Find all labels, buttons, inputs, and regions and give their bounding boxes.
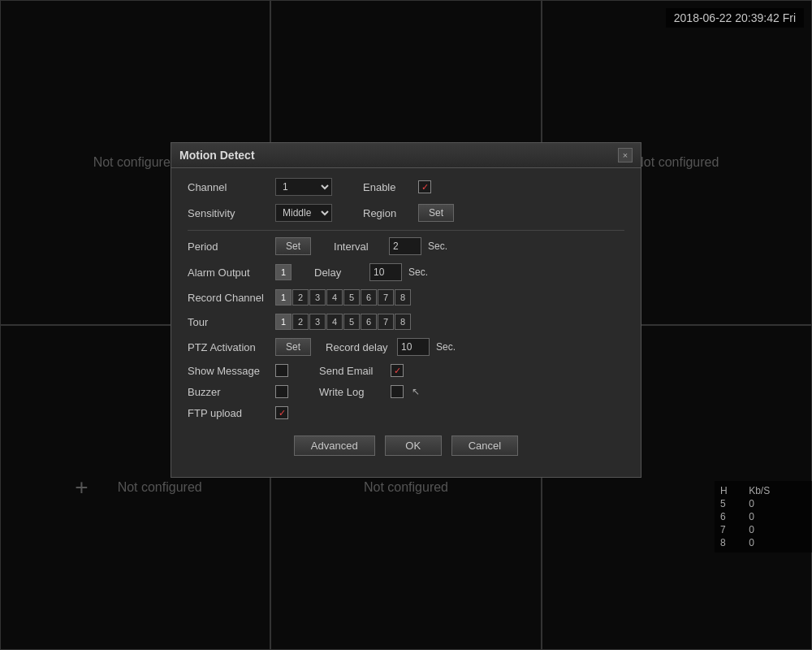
buzzer-label: Buzzer: [188, 386, 269, 398]
enable-label: Enable: [363, 181, 412, 193]
record-delay-label: Record delay: [326, 341, 391, 353]
record-ch-4[interactable]: 4: [326, 289, 343, 306]
divider-1: [188, 230, 624, 231]
timestamp: 2018-06-22 20:39:42 Fri: [666, 8, 804, 28]
dialog-titlebar: Motion Detect ×: [171, 143, 641, 168]
region-set-button[interactable]: Set: [418, 204, 454, 222]
tour-ch-7[interactable]: 7: [378, 314, 394, 330]
interval-sec: Sec.: [428, 240, 447, 252]
write-log-label: Write Log: [319, 386, 384, 398]
stats-row-5-val: 0: [746, 497, 809, 510]
tour-ch-5[interactable]: 5: [343, 314, 360, 330]
camera-label-3: Not configured: [634, 155, 719, 170]
record-delay-sec: Sec.: [436, 341, 456, 353]
stats-header-col1: H: [718, 484, 746, 497]
record-channel-boxes: 1 2 3 4 5 6 7 8: [275, 289, 411, 306]
ptz-record-delay-row: PTZ Activation Set Record delay Sec.: [188, 338, 624, 356]
camera-label-4: Not configured: [118, 480, 202, 495]
alarm-delay-row: Alarm Output 1 Delay Sec.: [188, 263, 624, 281]
tour-boxes: 1 2 3 4 5 6 7 8: [275, 314, 411, 330]
show-message-send-email-row: Show Message Send Email: [188, 364, 624, 377]
write-log-checkbox[interactable]: [391, 385, 404, 398]
stats-row-6-id: 6: [718, 510, 746, 523]
enable-checkbox[interactable]: [418, 180, 431, 193]
show-message-label: Show Message: [188, 365, 269, 377]
channel-select[interactable]: 1: [275, 178, 332, 196]
cancel-button[interactable]: Cancel: [451, 436, 518, 456]
period-label: Period: [188, 240, 269, 253]
tour-row: Tour 1 2 3 4 5 6 7 8: [188, 314, 624, 330]
ptz-set-button[interactable]: Set: [275, 338, 311, 356]
buzzer-checkbox[interactable]: [275, 385, 288, 398]
ftp-upload-checkbox[interactable]: [275, 406, 288, 419]
sensitivity-select[interactable]: Middle Low High: [275, 204, 332, 222]
camera-label-5: Not configured: [364, 480, 448, 495]
record-delay-input[interactable]: [397, 338, 430, 356]
motion-detect-dialog: Motion Detect × Channel 1 Enable Sensiti…: [171, 142, 641, 478]
record-ch-8[interactable]: 8: [395, 289, 411, 306]
tour-label: Tour: [188, 316, 269, 328]
dialog-body: Channel 1 Enable Sensitivity Middle Low …: [171, 168, 641, 477]
region-label: Region: [363, 207, 412, 219]
delay-label: Delay: [314, 266, 363, 279]
stats-row-6-val: 0: [746, 510, 809, 523]
dialog-close-button[interactable]: ×: [618, 148, 633, 162]
record-channel-label: Record Channel: [188, 292, 269, 304]
record-ch-1[interactable]: 1: [275, 289, 292, 306]
ftp-upload-label: FTP upload: [188, 407, 269, 419]
advanced-button[interactable]: Advanced: [294, 436, 375, 456]
tour-ch-2[interactable]: 2: [292, 314, 309, 330]
tour-ch-6[interactable]: 6: [361, 314, 377, 330]
delay-sec: Sec.: [408, 266, 428, 278]
interval-label: Interval: [334, 240, 382, 253]
record-ch-5[interactable]: 5: [343, 289, 360, 306]
record-ch-3[interactable]: 3: [309, 289, 326, 306]
period-set-button[interactable]: Set: [275, 237, 311, 255]
alarm-output-value[interactable]: 1: [275, 264, 292, 280]
buzzer-write-log-row: Buzzer Write Log ↖: [188, 385, 624, 398]
interval-input[interactable]: [389, 237, 421, 255]
record-ch-2[interactable]: 2: [292, 289, 309, 306]
show-message-checkbox[interactable]: [275, 364, 288, 377]
send-email-label: Send Email: [319, 365, 384, 377]
stats-row-8-val: 0: [746, 536, 809, 549]
stats-row-7-val: 0: [746, 523, 809, 536]
tour-ch-8[interactable]: 8: [395, 314, 411, 330]
ptz-activation-label: PTZ Activation: [188, 341, 269, 353]
sensitivity-label: Sensitivity: [188, 207, 269, 219]
channel-label: Channel: [188, 181, 269, 193]
ok-button[interactable]: OK: [385, 436, 442, 456]
tour-ch-3[interactable]: 3: [309, 314, 326, 330]
stats-header-col2: Kb/S: [746, 484, 809, 497]
record-channel-row: Record Channel 1 2 3 4 5 6 7 8: [188, 289, 624, 306]
cursor-indicator: ↖: [412, 386, 420, 397]
record-ch-7[interactable]: 7: [378, 289, 394, 306]
alarm-output-label: Alarm Output: [188, 266, 269, 279]
channel-enable-row: Channel 1 Enable: [188, 178, 624, 196]
stats-row-5-id: 5: [718, 497, 746, 510]
dialog-title: Motion Detect: [179, 149, 255, 162]
stats-row-8-id: 8: [718, 536, 746, 549]
stats-panel: H Kb/S 5 0 6 0 7 0 8 0: [715, 481, 812, 552]
tour-ch-1[interactable]: 1: [275, 314, 292, 330]
dialog-footer: Advanced OK Cancel: [188, 427, 624, 467]
ftp-upload-row: FTP upload: [188, 406, 624, 419]
record-ch-6[interactable]: 6: [361, 289, 377, 306]
tour-ch-4[interactable]: 4: [326, 314, 343, 330]
send-email-checkbox[interactable]: [391, 364, 404, 377]
sensitivity-region-row: Sensitivity Middle Low High Region Set: [188, 204, 624, 222]
period-interval-row: Period Set Interval Sec.: [188, 237, 624, 255]
stats-row-7-id: 7: [718, 523, 746, 536]
delay-input[interactable]: [369, 263, 402, 281]
camera-label-1: Not configured: [93, 155, 178, 170]
